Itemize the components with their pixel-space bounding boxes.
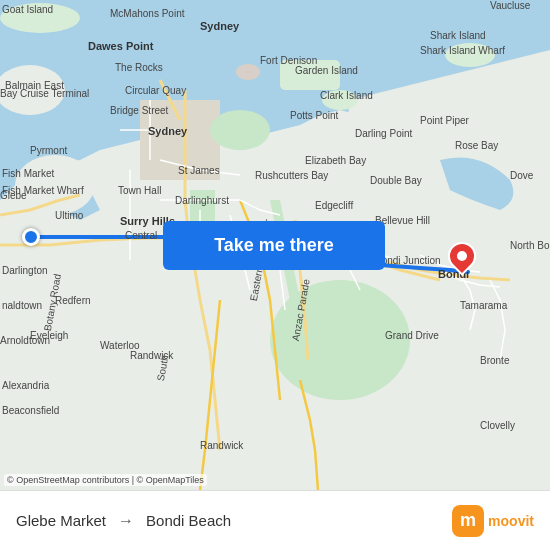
svg-point-2 — [0, 3, 80, 33]
svg-rect-12 — [280, 60, 340, 90]
direction-arrow-icon: → — [118, 512, 134, 530]
bottom-bar: Glebe Market → Bondi Beach m moovit — [0, 490, 550, 550]
map-attribution: © OpenStreetMap contributors | © OpenMap… — [4, 474, 207, 486]
take-me-there-button[interactable]: Take me there — [163, 221, 385, 270]
start-location-dot — [22, 228, 40, 246]
svg-point-9 — [445, 43, 495, 67]
destination-label: Bondi Beach — [146, 512, 231, 529]
moovit-logo: m moovit — [452, 505, 534, 537]
svg-point-8 — [210, 110, 270, 150]
moovit-m-icon: m — [452, 505, 484, 537]
svg-rect-4 — [140, 100, 220, 180]
moovit-text: moovit — [488, 513, 534, 529]
svg-point-5 — [15, 155, 95, 215]
svg-point-10 — [322, 90, 358, 110]
svg-point-11 — [236, 64, 260, 80]
map-container: Goat Island Dawes Point Sydney McMahons … — [0, 0, 550, 490]
origin-label: Glebe Market — [16, 512, 106, 529]
